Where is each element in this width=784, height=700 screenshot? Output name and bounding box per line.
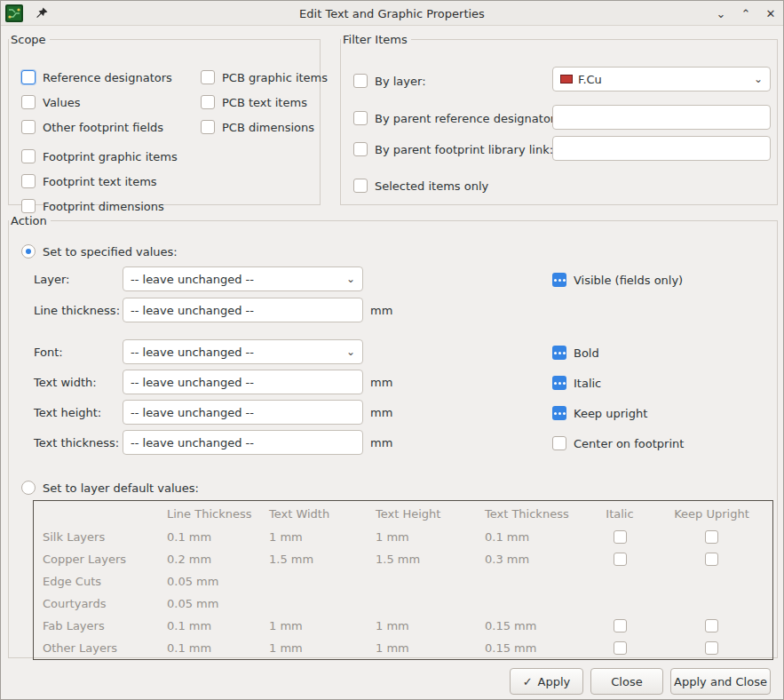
table-row-copper: Copper Layers 0.2 mm 1.5 mm 1.5 mm 0.3 m… [34,548,772,570]
label-footprint-dimensions: Footprint dimensions [43,200,164,213]
checkbox-silk-upright[interactable] [705,530,718,544]
layer-combo[interactable]: -- leave unchanged -- ⌄ [123,266,363,291]
scope-legend: Scope [9,33,50,46]
checkbox-other-italic[interactable] [614,641,627,655]
checkbox-pcb-dimensions[interactable] [201,120,215,134]
titlebar: Edit Text and Graphic Properties ⌄ ⌃ ✕ [1,1,783,26]
scope-footprint-graphic-items[interactable]: Footprint graphic items [21,148,178,164]
center-on-footprint-option[interactable]: Center on footprint [552,435,684,451]
text-width-unit: mm [370,370,392,394]
keep-upright-option[interactable]: Keep upright [552,405,647,421]
checkbox-footprint-text-items[interactable] [21,174,36,188]
checkbox-silk-italic[interactable] [614,530,627,544]
radio-set-specified[interactable] [21,244,36,259]
action-group: Action Set to specified values: Layer: -… [8,214,778,658]
table-row-fab: Fab Layers 0.1 mm 1 mm 1 mm 0.15 mm [34,615,772,637]
chevron-down-icon: ⌄ [346,274,355,284]
scope-pcb-dimensions[interactable]: PCB dimensions [201,119,314,135]
label-line-thickness: Line thickness: [34,304,120,317]
checkbox-other-footprint-fields[interactable] [21,120,36,134]
checkbox-selected-only[interactable] [353,179,368,193]
label-text-thickness: Text thickness: [34,436,119,449]
apply-button[interactable]: ✓ Apply [510,668,583,695]
filter-items-legend: Filter Items [341,33,411,46]
layer-defaults-table: Line Thickness Text Width Text Height Te… [33,500,773,660]
checkbox-copper-italic[interactable] [614,553,627,566]
checkbox-by-layer[interactable] [353,74,368,88]
label-other-footprint-fields: Other footprint fields [43,121,163,134]
text-thickness-input[interactable] [123,430,363,455]
text-height-input[interactable] [123,400,363,425]
checkbox-fab-upright[interactable] [705,619,718,632]
close-window-button[interactable]: ✕ [764,6,778,20]
text-thickness-unit: mm [370,430,392,455]
header-text-height: Text Height [367,507,476,521]
close-button[interactable]: Close [590,668,663,695]
label-text-height: Text height: [34,406,101,419]
text-width-input[interactable] [123,370,363,394]
header-text-thickness: Text Thickness [476,507,589,521]
checkbox-copper-upright[interactable] [705,553,718,566]
checkbox-footprint-dimensions[interactable] [21,199,36,213]
font-combo[interactable]: -- leave unchanged -- ⌄ [123,339,363,364]
scope-other-footprint-fields[interactable]: Other footprint fields [21,119,163,135]
checkbox-other-upright[interactable] [705,641,718,655]
window-controls: ⌄ ⌃ ✕ [714,1,778,26]
filter-items-group: Filter Items By layer: F.Cu ⌄ By parent … [340,33,778,205]
table-row-edge-cuts: Edge Cuts 0.05 mm [34,570,772,593]
layer-filter-combo[interactable]: F.Cu ⌄ [552,67,771,91]
filter-by-parent-reference[interactable]: By parent reference designator: [353,110,558,126]
label-by-layer: By layer: [375,75,426,88]
visible-option[interactable]: Visible (fields only) [552,272,683,288]
table-header-row: Line Thickness Text Width Text Height Te… [34,501,772,526]
tristate-keep-upright[interactable] [552,406,566,420]
checkbox-fab-italic[interactable] [614,619,627,632]
checkbox-pcb-graphic-items[interactable] [201,70,215,84]
parent-reference-input[interactable] [552,105,771,130]
parent-library-input[interactable] [552,136,771,161]
label-keep-upright: Keep upright [574,407,647,420]
label-text-width: Text width: [34,376,97,389]
label-bold: Bold [574,346,599,360]
scope-footprint-text-items[interactable]: Footprint text items [21,173,157,189]
checkbox-pcb-text-items[interactable] [201,95,215,109]
scope-reference-designators[interactable]: Reference designators [21,69,172,85]
scope-footprint-dimensions[interactable]: Footprint dimensions [21,198,164,214]
scope-pcb-text-items[interactable]: PCB text items [201,94,307,110]
label-font: Font: [34,346,63,359]
radio-set-layer-defaults[interactable] [21,481,36,495]
italic-option[interactable]: Italic [552,375,601,391]
set-layer-defaults-option[interactable]: Set to layer default values: [21,480,199,496]
filter-selected-only[interactable]: Selected items only [353,178,488,194]
scope-values[interactable]: Values [21,94,80,110]
text-thickness-label-row: Text thickness: [34,430,119,455]
tristate-visible[interactable] [552,273,566,287]
label-visible: Visible (fields only) [574,274,683,287]
font-label-row: Font: [34,339,63,364]
line-thickness-unit: mm [370,298,392,322]
filter-by-parent-library[interactable]: By parent footprint library link: [353,141,553,157]
shade-button[interactable]: ⌄ [714,6,728,20]
unshade-button[interactable]: ⌃ [739,6,753,20]
bold-option[interactable]: Bold [552,345,599,361]
set-specified-values-option[interactable]: Set to specified values: [21,243,178,259]
label-center-on-footprint: Center on footprint [574,437,684,450]
dialog-window: Edit Text and Graphic Properties ⌄ ⌃ ✕ S… [0,0,784,700]
checkbox-reference-designators[interactable] [21,70,36,84]
text-width-label-row: Text width: [34,370,97,394]
apply-and-close-button[interactable]: Apply and Close [670,668,771,695]
scope-pcb-graphic-items[interactable]: PCB graphic items [201,69,328,85]
line-thickness-input[interactable] [123,298,363,322]
filter-by-layer[interactable]: By layer: [353,73,426,89]
header-text-width: Text Width [260,507,367,521]
checkbox-values[interactable] [21,95,36,109]
layer-swatch [560,75,573,84]
checkbox-footprint-graphic-items[interactable] [21,149,36,163]
checkbox-by-parent-library[interactable] [353,142,368,156]
checkbox-by-parent-reference[interactable] [353,111,368,125]
label-by-parent-library: By parent footprint library link: [375,143,553,156]
checkbox-center-on-footprint[interactable] [552,436,566,450]
tristate-italic[interactable] [552,376,566,390]
tristate-bold[interactable] [552,346,566,360]
table-row-other: Other Layers 0.1 mm 1 mm 1 mm 0.15 mm [34,637,772,659]
